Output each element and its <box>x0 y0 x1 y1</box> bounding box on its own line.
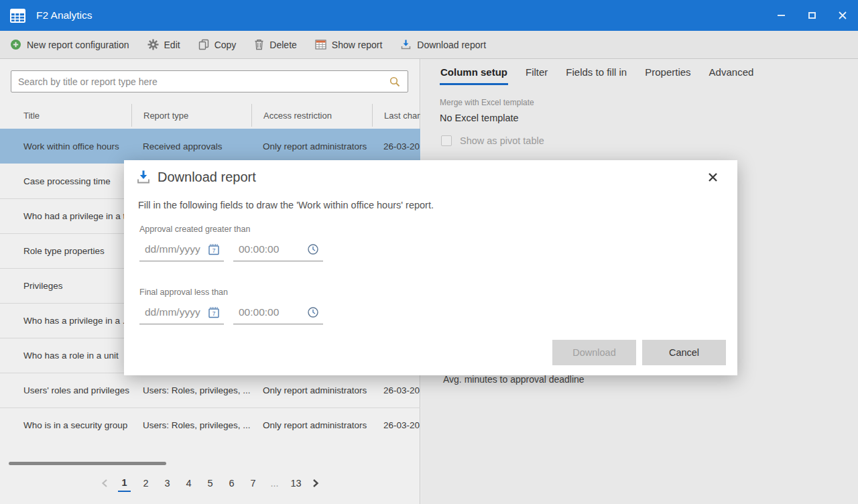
cell-title: Case processing time <box>0 176 131 186</box>
download-button[interactable]: Download <box>552 340 636 365</box>
show-report-button[interactable]: Show report <box>315 40 382 50</box>
chevron-right-icon <box>311 478 320 489</box>
svg-text:7: 7 <box>212 310 216 317</box>
column-header-report-type[interactable]: Report type <box>131 104 251 127</box>
download-report-button[interactable]: Download report <box>400 39 486 50</box>
previous-page-button[interactable] <box>101 478 109 489</box>
cell-title: Who has a role in a unit <box>0 351 131 361</box>
cell-report-type: Users: Roles, privileges, ... <box>131 420 251 430</box>
pivot-checkbox-label: Show as pivot table <box>460 135 544 146</box>
delete-button[interactable]: Delete <box>254 39 296 50</box>
cancel-button[interactable]: Cancel <box>642 340 726 365</box>
cell-access: Only report administrators <box>251 141 372 151</box>
search-input[interactable] <box>18 76 389 87</box>
calendar-icon: 7 <box>208 306 220 318</box>
time-input[interactable] <box>239 243 299 255</box>
toolbar-label: Download report <box>417 40 486 50</box>
cell-access: Only report administrators <box>251 420 372 430</box>
time-field <box>233 243 323 261</box>
plus-circle-icon <box>10 39 21 50</box>
trash-icon <box>254 39 264 50</box>
svg-text:7: 7 <box>212 247 216 254</box>
dialog-header: Download report <box>135 169 256 185</box>
date-input[interactable] <box>145 243 205 255</box>
table-row[interactable]: Users' roles and privileges Users: Roles… <box>0 373 420 407</box>
page-button-3[interactable]: 3 <box>161 476 174 491</box>
cell-title: Work within office hours <box>0 141 131 151</box>
cell-title: Users' roles and privileges <box>0 385 131 395</box>
search-icon[interactable] <box>389 76 401 88</box>
copy-button[interactable]: Copy <box>198 39 237 50</box>
date-input[interactable] <box>145 306 205 318</box>
page-button-13[interactable]: 13 <box>290 476 302 491</box>
cell-title: Role type properties <box>0 246 131 256</box>
close-icon <box>707 172 719 183</box>
show-as-pivot-checkbox[interactable]: Show as pivot table <box>441 135 544 146</box>
edit-button[interactable]: Edit <box>147 39 180 50</box>
page-button-7[interactable]: 7 <box>247 476 259 491</box>
time-picker-button[interactable] <box>307 243 319 255</box>
minimize-button[interactable] <box>765 0 796 31</box>
field-label: Final approval less than <box>139 288 323 297</box>
page-button-1[interactable]: 1 <box>118 475 131 492</box>
column-list-item: Avg. minutes to approval deadline <box>443 374 585 385</box>
maximize-button[interactable] <box>796 0 827 31</box>
clock-icon <box>307 243 319 255</box>
column-header-access-restriction[interactable]: Access restriction <box>251 104 372 127</box>
field-label: Approval created greater than <box>139 225 323 234</box>
merge-template-label: Merge with Excel template <box>440 98 534 107</box>
table-icon <box>315 40 326 50</box>
search-box <box>11 70 408 92</box>
checkbox-icon <box>441 135 452 146</box>
tab-column-setup[interactable]: Column setup <box>440 64 508 85</box>
toolbar-label: New report configuration <box>27 40 129 50</box>
toolbar-label: Delete <box>269 40 296 50</box>
cell-title: Who is in a security group <box>0 420 131 430</box>
table-row[interactable]: Work within office hours Received approv… <box>0 129 420 164</box>
dialog-buttons: Download Cancel <box>552 340 726 365</box>
time-picker-button[interactable] <box>307 306 319 318</box>
chevron-left-icon <box>101 478 109 489</box>
cell-title: Who had a privilege in a t <box>0 211 131 221</box>
cell-last-changed: 26-03-20 <box>372 420 420 430</box>
column-header-last-changed[interactable]: Last chan <box>372 104 420 127</box>
next-page-button[interactable] <box>311 478 320 489</box>
dialog-close-button[interactable] <box>705 170 720 184</box>
cell-last-changed: 26-03-20 <box>372 385 420 395</box>
pagination: 1 2 3 4 5 6 7 ... 13 <box>0 472 420 494</box>
field-group-final-approval: Final approval less than 7 <box>139 288 323 324</box>
dialog-title: Download report <box>158 170 256 185</box>
tab-filter[interactable]: Filter <box>525 64 548 85</box>
merge-template-value: No Excel template <box>440 113 519 123</box>
cell-title: Privileges <box>0 281 131 291</box>
horizontal-scrollbar[interactable] <box>9 462 166 465</box>
time-field <box>233 306 323 324</box>
calendar-picker-button[interactable]: 7 <box>208 306 220 318</box>
page-button-4[interactable]: 4 <box>182 476 195 491</box>
date-field: 7 <box>139 306 224 324</box>
new-report-configuration-button[interactable]: New report configuration <box>10 39 129 50</box>
column-header-title[interactable]: Title <box>0 104 131 127</box>
copy-icon <box>198 39 209 50</box>
page-button-2[interactable]: 2 <box>139 476 152 491</box>
page-button-5[interactable]: 5 <box>204 476 217 491</box>
tab-properties[interactable]: Properties <box>644 64 691 85</box>
clock-icon <box>307 306 319 318</box>
cell-access: Only report administrators <box>251 385 372 395</box>
tab-advanced[interactable]: Advanced <box>709 64 755 85</box>
calendar-picker-button[interactable]: 7 <box>208 243 220 255</box>
close-window-button[interactable] <box>827 0 858 31</box>
date-field: 7 <box>139 243 224 261</box>
detail-tabs: Column setup Filter Fields to fill in Pr… <box>440 64 754 85</box>
time-input[interactable] <box>239 306 299 318</box>
cell-report-type: Received approvals <box>131 141 251 151</box>
app-title: F2 Analytics <box>36 9 93 21</box>
page-button-6[interactable]: 6 <box>225 476 238 491</box>
maximize-icon <box>808 12 816 19</box>
table-row[interactable]: Who is in a security group Users: Roles,… <box>0 407 420 442</box>
minimize-icon <box>778 15 785 16</box>
field-group-approval-created: Approval created greater than 7 <box>139 225 323 261</box>
tab-fields-to-fill-in[interactable]: Fields to fill in <box>565 64 627 85</box>
toolbar: New report configuration Edit Copy <box>0 31 858 59</box>
cell-report-type: Users: Roles, privileges, ... <box>131 385 251 395</box>
